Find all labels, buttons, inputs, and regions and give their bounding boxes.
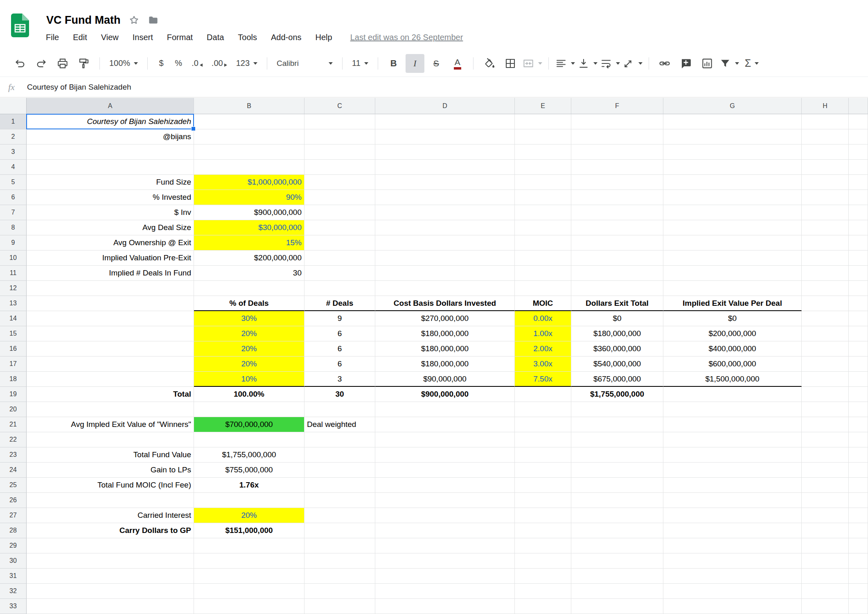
cell-C14[interactable]: 9 [304, 311, 375, 326]
cell-G11[interactable] [663, 266, 802, 281]
cell-G12[interactable] [663, 281, 802, 296]
cell-B31[interactable] [194, 569, 304, 584]
cell-x20[interactable] [849, 402, 868, 417]
cell-F14[interactable]: $0 [571, 311, 663, 326]
cell-B21[interactable]: $700,000,000 [194, 417, 304, 432]
cell-D6[interactable] [375, 190, 515, 205]
cell-x23[interactable] [849, 447, 868, 463]
cell-B23[interactable]: $1,755,000,000 [194, 447, 304, 463]
cell-H20[interactable] [802, 402, 849, 417]
column-header-H[interactable]: H [802, 98, 849, 114]
cell-D4[interactable] [375, 160, 515, 175]
row-header-2[interactable]: 2 [0, 129, 27, 144]
cell-D3[interactable] [375, 144, 515, 160]
cell-C1[interactable] [304, 114, 375, 129]
cell-H7[interactable] [802, 205, 849, 220]
cell-C8[interactable] [304, 220, 375, 235]
cell-B14[interactable]: 30% [194, 311, 304, 326]
cell-A5[interactable]: Fund Size [27, 175, 194, 190]
cell-E15[interactable]: 1.00x [515, 326, 571, 341]
cell-G5[interactable] [663, 175, 802, 190]
last-edit-link[interactable]: Last edit was on 26 September [350, 33, 463, 42]
cell-C31[interactable] [304, 569, 375, 584]
cell-F1[interactable] [571, 114, 663, 129]
cell-G13[interactable]: Implied Exit Value Per Deal [663, 296, 802, 311]
cell-G18[interactable]: $1,500,000,000 [663, 372, 802, 387]
insert-chart-button[interactable] [698, 54, 717, 73]
cell-C21[interactable]: Deal weighted [304, 417, 375, 432]
cell-B33[interactable] [194, 599, 304, 614]
menu-view[interactable]: View [101, 33, 119, 42]
cell-H1[interactable] [802, 114, 849, 129]
cell-E21[interactable] [515, 417, 571, 432]
cell-G29[interactable] [663, 538, 802, 553]
cell-B7[interactable]: $900,000,000 [194, 205, 304, 220]
row-header-13[interactable]: 13 [0, 296, 27, 311]
merge-cells-button[interactable] [522, 54, 542, 73]
cell-A9[interactable]: Avg Ownership @ Exit [27, 235, 194, 251]
strikethrough-button[interactable]: S [427, 54, 446, 73]
cell-H33[interactable] [802, 599, 849, 614]
cell-x12[interactable] [849, 281, 868, 296]
row-header-19[interactable]: 19 [0, 387, 27, 402]
cell-A26[interactable] [27, 493, 194, 508]
cell-G21[interactable] [663, 417, 802, 432]
cell-D27[interactable] [375, 508, 515, 523]
cell-B5[interactable]: $1,000,000,000 [194, 175, 304, 190]
column-header-D[interactable]: D [375, 98, 515, 114]
cell-C25[interactable] [304, 478, 375, 493]
cell-x18[interactable] [849, 372, 868, 387]
cell-G23[interactable] [663, 447, 802, 463]
cell-E7[interactable] [515, 205, 571, 220]
cell-F31[interactable] [571, 569, 663, 584]
cell-F30[interactable] [571, 553, 663, 569]
cell-E4[interactable] [515, 160, 571, 175]
cell-x14[interactable] [849, 311, 868, 326]
paint-format-button[interactable] [74, 54, 93, 73]
row-header-15[interactable]: 15 [0, 326, 27, 341]
cell-A12[interactable] [27, 281, 194, 296]
cell-H8[interactable] [802, 220, 849, 235]
cell-G1[interactable] [663, 114, 802, 129]
cell-x26[interactable] [849, 493, 868, 508]
cell-E2[interactable] [515, 129, 571, 144]
cell-H26[interactable] [802, 493, 849, 508]
functions-button[interactable]: Σ [742, 54, 762, 73]
cell-H32[interactable] [802, 584, 849, 599]
cell-G15[interactable]: $200,000,000 [663, 326, 802, 341]
row-header-21[interactable]: 21 [0, 417, 27, 432]
cell-H18[interactable] [802, 372, 849, 387]
cell-F8[interactable] [571, 220, 663, 235]
cell-E8[interactable] [515, 220, 571, 235]
cell-x15[interactable] [849, 326, 868, 341]
cell-x1[interactable] [849, 114, 868, 129]
cell-D11[interactable] [375, 266, 515, 281]
horizontal-align-button[interactable] [555, 54, 575, 73]
row-header-25[interactable]: 25 [0, 478, 27, 493]
format-currency-button[interactable]: $ [154, 54, 169, 73]
cell-B25[interactable]: 1.76x [194, 478, 304, 493]
cell-C24[interactable] [304, 463, 375, 478]
cell-H6[interactable] [802, 190, 849, 205]
cell-E9[interactable] [515, 235, 571, 251]
row-header-28[interactable]: 28 [0, 523, 27, 538]
cell-A15[interactable] [27, 326, 194, 341]
column-header-E[interactable]: E [515, 98, 571, 114]
cell-B32[interactable] [194, 584, 304, 599]
cell-B20[interactable] [194, 402, 304, 417]
cell-x33[interactable] [849, 599, 868, 614]
cell-E16[interactable]: 2.00x [515, 341, 571, 357]
cell-G27[interactable] [663, 508, 802, 523]
cell-E27[interactable] [515, 508, 571, 523]
select-all-corner[interactable] [0, 98, 27, 114]
cell-H25[interactable] [802, 478, 849, 493]
cell-x13[interactable] [849, 296, 868, 311]
cell-D32[interactable] [375, 584, 515, 599]
cell-C22[interactable] [304, 432, 375, 447]
cell-G17[interactable]: $600,000,000 [663, 357, 802, 372]
text-rotation-button[interactable] [622, 54, 643, 73]
cell-D31[interactable] [375, 569, 515, 584]
row-header-29[interactable]: 29 [0, 538, 27, 553]
cell-E14[interactable]: 0.00x [515, 311, 571, 326]
cell-C6[interactable] [304, 190, 375, 205]
